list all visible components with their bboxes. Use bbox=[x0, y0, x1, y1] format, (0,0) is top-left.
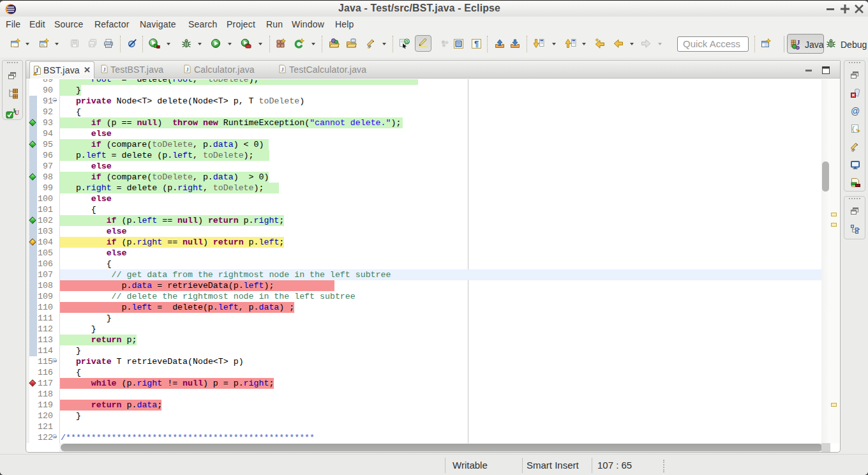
svg-text:@: @ bbox=[851, 106, 860, 116]
svg-text:J: J bbox=[186, 66, 189, 73]
svg-text:J: J bbox=[103, 66, 106, 73]
svg-text:J: J bbox=[281, 66, 284, 73]
svg-text:U: U bbox=[15, 109, 20, 116]
svg-text:J: J bbox=[797, 39, 800, 46]
svg-text:¶: ¶ bbox=[474, 39, 479, 49]
svg-text:!: ! bbox=[34, 72, 35, 75]
svg-text:G: G bbox=[405, 40, 409, 44]
svg-text:{-: {- bbox=[851, 126, 858, 133]
